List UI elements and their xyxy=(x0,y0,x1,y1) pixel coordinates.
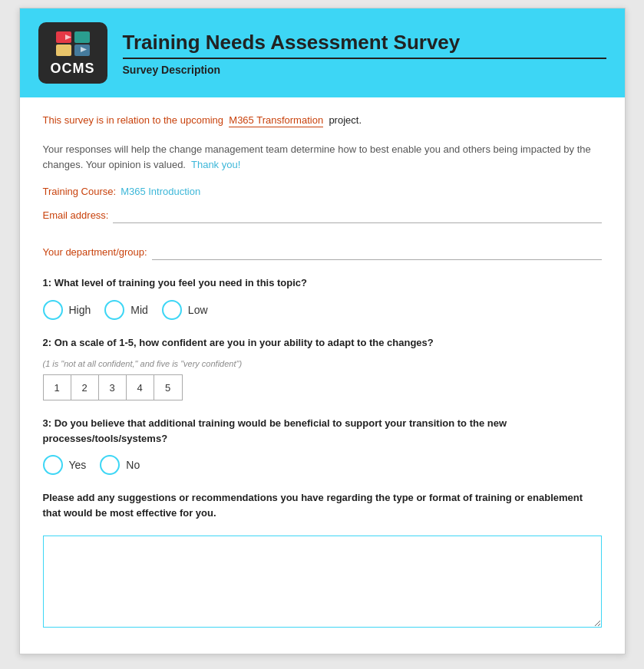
q3-label-yes: Yes xyxy=(69,459,87,471)
intro-suffix: project. xyxy=(329,114,362,126)
scale-1[interactable]: 1 xyxy=(44,375,71,400)
dept-row: Your department/group: xyxy=(43,245,602,260)
email-input[interactable] xyxy=(113,208,601,223)
scale-5[interactable]: 5 xyxy=(154,375,182,400)
logo-box: OCMS xyxy=(38,22,107,84)
desc-line2: changes. Your opinion is valued. xyxy=(43,159,186,170)
q4-label: Please add any suggestions or recommenda… xyxy=(43,490,602,520)
logo-text: OCMS xyxy=(51,61,95,77)
ocms-logo-icon xyxy=(54,30,91,58)
scale-4[interactable]: 4 xyxy=(127,375,154,400)
q3-radio-group: Yes No xyxy=(43,455,602,475)
training-course-row: Training Course: M365 Introduction xyxy=(43,186,602,197)
q3-radio-no[interactable] xyxy=(100,455,120,475)
q1-option-mid[interactable]: Mid xyxy=(104,300,148,320)
intro-prefix: This survey is in relation to the upcomi… xyxy=(43,114,224,126)
header: OCMS Training Needs Assessment Survey Su… xyxy=(20,8,625,97)
survey-subtitle: Survey Description xyxy=(123,64,606,76)
q1-label-high: High xyxy=(69,304,91,316)
q1-label-mid: Mid xyxy=(130,304,148,316)
q1-radio-high[interactable] xyxy=(43,300,63,320)
svg-rect-1 xyxy=(74,31,90,43)
q3-label-no: No xyxy=(126,459,140,471)
training-course-value: M365 Introduction xyxy=(121,186,200,197)
training-course-label: Training Course: xyxy=(43,186,117,197)
q1-label-low: Low xyxy=(188,304,208,316)
svg-rect-2 xyxy=(56,44,71,56)
form-body: This survey is in relation to the upcomi… xyxy=(20,97,625,654)
q1-radio-low[interactable] xyxy=(162,300,182,320)
intro-line: This survey is in relation to the upcomi… xyxy=(43,113,602,128)
q1-radio-mid[interactable] xyxy=(104,300,124,320)
desc-line1: Your responses will help the change mana… xyxy=(43,143,591,155)
q3-label: 3: Do you believe that additional traini… xyxy=(43,416,602,446)
email-label: Email address: xyxy=(43,209,109,221)
q2-scale-group: 1 2 3 4 5 xyxy=(43,374,183,400)
survey-title: Training Needs Assessment Survey xyxy=(123,31,606,59)
scale-2[interactable]: 2 xyxy=(71,375,99,400)
email-row: Email address: xyxy=(43,208,602,223)
scale-3[interactable]: 3 xyxy=(99,375,127,400)
q2-hint: (1 is "not at all confident," and five i… xyxy=(43,359,602,368)
q1-option-high[interactable]: High xyxy=(43,300,91,320)
suggestions-textarea[interactable] xyxy=(43,536,602,628)
thankyou: Thank you! xyxy=(191,159,240,170)
dept-label: Your department/group: xyxy=(43,246,147,258)
q1-label: 1: What level of training you feel you n… xyxy=(43,275,602,291)
header-title-block: Training Needs Assessment Survey Survey … xyxy=(123,31,606,76)
q3-option-yes[interactable]: Yes xyxy=(43,455,87,475)
dept-input[interactable] xyxy=(152,245,602,260)
q1-radio-group: High Mid Low xyxy=(43,300,602,320)
q2-label: 2: On a scale of 1-5, how confident are … xyxy=(43,335,602,351)
survey-container: OCMS Training Needs Assessment Survey Su… xyxy=(19,8,626,654)
q1-option-low[interactable]: Low xyxy=(162,300,208,320)
project-name: M365 Transformation xyxy=(229,114,323,127)
description-text: Your responses will help the change mana… xyxy=(43,142,602,174)
q3-option-no[interactable]: No xyxy=(100,455,140,475)
q3-radio-yes[interactable] xyxy=(43,455,63,475)
